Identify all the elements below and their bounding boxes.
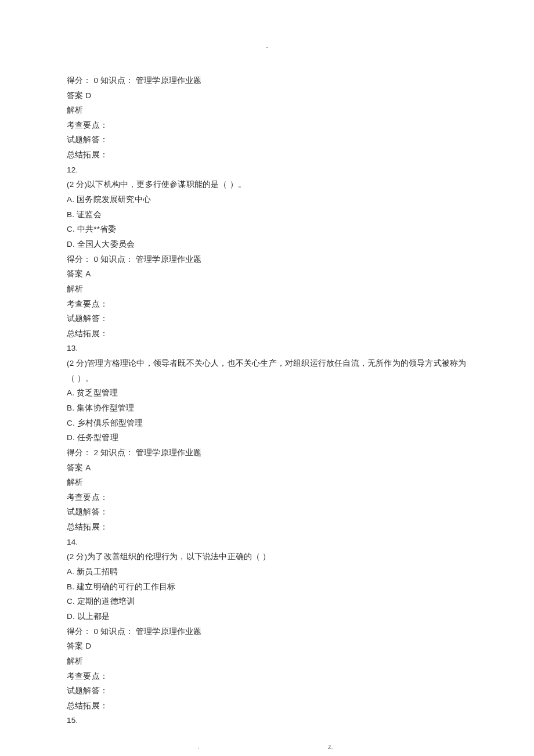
option-d: D. 全国人大委员会	[67, 237, 467, 252]
option-a: A. 贫乏型管理	[67, 386, 467, 401]
option-b: B. 建立明确的可行的工作目标	[67, 579, 467, 595]
document-page: - 得分： 0 知识点： 管理学原理作业题 答案 D 解析 考查要点： 试题解答…	[0, 0, 534, 756]
summary-label: 总结拓展：	[67, 520, 467, 535]
summary-label: 总结拓展：	[67, 147, 467, 163]
summary-label: 总结拓展：	[67, 326, 467, 341]
solution-label: 试题解答：	[67, 311, 467, 326]
solution-label: 试题解答：	[67, 505, 467, 520]
solution-label: 试题解答：	[67, 683, 467, 699]
option-c: C. 乡村俱乐部型管理	[67, 416, 467, 431]
question-number: 13.	[67, 341, 467, 356]
exam-point-label: 考查要点：	[67, 118, 467, 133]
question-number: 14.	[67, 535, 467, 550]
answer-line: 答案 D	[67, 88, 467, 103]
question-stem: (2 分)为了改善组织的伦理行为，以下说法中正确的（ ）	[67, 549, 467, 564]
analysis-label: 解析	[67, 475, 467, 490]
exam-point-label: 考查要点：	[67, 490, 467, 505]
option-b: B. 集体协作型管理	[67, 401, 467, 416]
solution-label: 试题解答：	[67, 132, 467, 147]
question-number: 15.	[67, 713, 467, 728]
score-line: 得分： 0 知识点： 管理学原理作业题	[67, 252, 467, 267]
option-c: C. 中共**省委	[67, 222, 467, 237]
analysis-label: 解析	[67, 654, 467, 669]
analysis-label: 解析	[67, 282, 467, 297]
option-d: D. 以上都是	[67, 609, 467, 624]
exam-point-label: 考查要点：	[67, 669, 467, 684]
option-b: B. 证监会	[67, 207, 467, 222]
option-c: C. 定期的道德培训	[67, 594, 467, 609]
answer-line: 答案 A	[67, 267, 467, 282]
header-mark: -	[67, 41, 467, 53]
option-d: D. 任务型管理	[67, 430, 467, 445]
score-line: 得分： 0 知识点： 管理学原理作业题	[67, 624, 467, 639]
option-a: A. 新员工招聘	[67, 564, 467, 579]
analysis-label: 解析	[67, 103, 467, 118]
question-number: 12.	[67, 163, 467, 178]
answer-line: 答案 A	[67, 460, 467, 476]
question-stem: (2 分)以下机构中，更多行使参谋职能的是（ ）。	[67, 177, 467, 192]
footer-dot: .	[197, 741, 199, 753]
score-line: 得分： 0 知识点： 管理学原理作业题	[67, 73, 467, 88]
answer-line: 答案 D	[67, 639, 467, 654]
footer-z: z.	[328, 741, 333, 753]
score-line: 得分： 2 知识点： 管理学原理作业题	[67, 445, 467, 460]
option-a: A. 国务院发展研究中心	[67, 192, 467, 207]
summary-label: 总结拓展：	[67, 699, 467, 714]
question-stem: (2 分)管理方格理论中，领导者既不关心人，也不关心生产，对组织运行放任自流，无…	[67, 356, 467, 386]
document-content: 得分： 0 知识点： 管理学原理作业题 答案 D 解析 考查要点： 试题解答： …	[67, 73, 467, 728]
exam-point-label: 考查要点：	[67, 297, 467, 312]
